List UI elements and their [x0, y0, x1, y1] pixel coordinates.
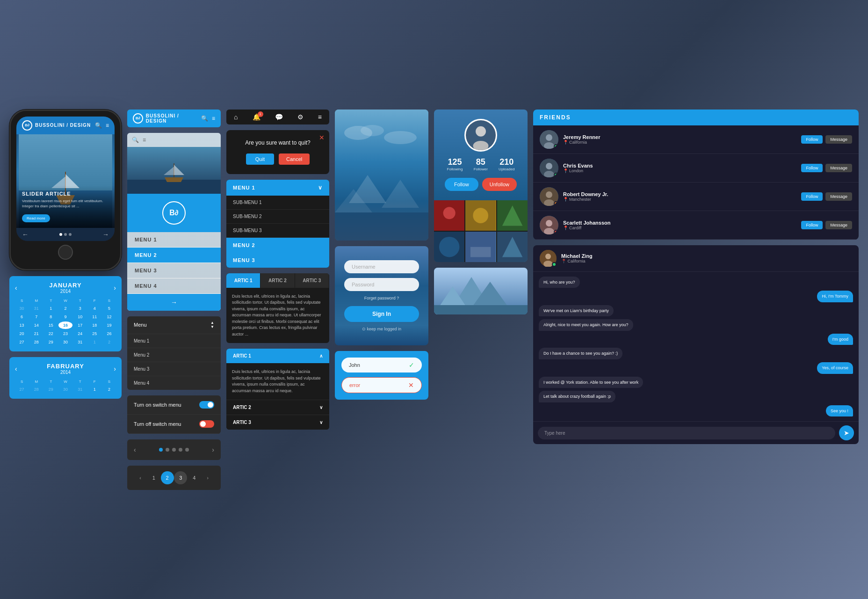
- slide-menu-toolbar: 🔍 ≡: [127, 133, 221, 147]
- page-2-btn[interactable]: 2: [161, 471, 174, 484]
- accordion-item-3-header[interactable]: ARTIC 3 ∨: [226, 415, 329, 430]
- select-item-2[interactable]: Menu 2: [127, 348, 221, 362]
- tab-artic3[interactable]: ARTIC 3: [295, 273, 329, 288]
- photo-cell-6[interactable]: [497, 232, 528, 262]
- page-4-btn[interactable]: 4: [188, 471, 201, 484]
- switch-on-toggle[interactable]: [199, 401, 214, 409]
- prev-arrow-icon[interactable]: ←: [22, 231, 29, 238]
- dialog-text: Are you sure want to quit?: [236, 139, 320, 146]
- nav-menu-icon[interactable]: ≡: [212, 115, 215, 122]
- full-menu-header-1[interactable]: MENU 1 ∨: [226, 180, 329, 196]
- select-item-3[interactable]: Menu 3: [127, 362, 221, 376]
- cal-prev-jan[interactable]: ‹: [15, 284, 17, 292]
- slider-dot-3[interactable]: [172, 448, 176, 452]
- follow-button-robert[interactable]: Follow: [801, 192, 823, 201]
- profile-unfollow-button[interactable]: Unfollow: [482, 178, 517, 191]
- toolbar-menu-icon[interactable]: ≡: [143, 137, 146, 143]
- friend-info-robert: Robert Downey Jr. 📍 Manchester: [563, 191, 796, 202]
- forgot-password-link[interactable]: Forget password ?: [344, 296, 419, 300]
- cal-prev-feb[interactable]: ‹: [15, 365, 17, 373]
- menu-icon[interactable]: ≡: [106, 122, 109, 129]
- follow-button-chris[interactable]: Follow: [801, 164, 823, 172]
- menu-item-2[interactable]: MENU 2: [127, 248, 221, 263]
- remember-me-checkbox[interactable]: ⊙ keep me logged in: [344, 327, 419, 331]
- error-value: error: [349, 382, 360, 388]
- slide-dot-2: [64, 233, 67, 236]
- settings-icon[interactable]: ⚙: [297, 113, 304, 121]
- quit-button[interactable]: Quit: [246, 153, 274, 165]
- menu-item-4[interactable]: MENU 4: [127, 278, 221, 294]
- photo-cell-4[interactable]: [434, 232, 464, 262]
- submenu-item-1[interactable]: SUB-MENU 1: [226, 196, 329, 210]
- valid-input[interactable]: John ✓: [341, 358, 422, 373]
- photo-cell-3[interactable]: [497, 200, 528, 231]
- read-more-button[interactable]: Read more: [22, 214, 50, 222]
- page-3-btn[interactable]: 3: [174, 471, 187, 484]
- slider-dot-2[interactable]: [166, 448, 169, 452]
- chat-send-button[interactable]: ➤: [839, 425, 854, 440]
- nav-search-icon[interactable]: 🔍: [201, 115, 208, 122]
- phone-home-button[interactable]: [58, 245, 73, 260]
- search-icon[interactable]: 🔍: [95, 122, 102, 129]
- dialog-close-icon[interactable]: ✕: [319, 134, 325, 141]
- message-button-jeremy[interactable]: Message: [825, 135, 852, 144]
- username-input[interactable]: Username: [344, 260, 419, 273]
- chat-icon[interactable]: 💬: [275, 113, 283, 121]
- accordion-item-1-header[interactable]: ARTIC 1 ∧: [226, 349, 329, 363]
- switch-off-toggle[interactable]: [199, 420, 214, 428]
- select-chevrons[interactable]: ▲ ▼: [210, 321, 214, 329]
- next-arrow-icon[interactable]: →: [102, 231, 109, 238]
- notification-icon[interactable]: 🔔 1: [253, 113, 260, 121]
- full-menu-header-3[interactable]: MENU 3: [226, 253, 329, 268]
- phone-slide-dots: [59, 233, 72, 236]
- message-button-chris[interactable]: Message: [825, 164, 852, 172]
- follow-button-jeremy[interactable]: Follow: [801, 135, 823, 144]
- page-1-btn[interactable]: 1: [147, 471, 160, 484]
- page-prev-btn[interactable]: ‹: [134, 471, 147, 484]
- home-icon[interactable]: ⌂: [234, 113, 238, 121]
- full-menu-header-2[interactable]: MENU 2: [226, 238, 329, 253]
- accordion-item-2-header[interactable]: ARTIC 2 ∨: [226, 400, 329, 415]
- menu-item-3[interactable]: MENU 3: [127, 263, 221, 278]
- slider-dot-1[interactable]: [159, 448, 163, 452]
- message-button-robert[interactable]: Message: [825, 192, 852, 201]
- select-item-1[interactable]: Menu 1: [127, 334, 221, 348]
- select-label: Menu: [134, 322, 147, 328]
- phone-article-text: Vestibulum laoreet risus eget tum elit v…: [22, 198, 109, 209]
- switch-off-label: Turn off switch menu: [134, 421, 181, 427]
- submenu-item-2[interactable]: SUB-MENU 2: [226, 210, 329, 224]
- msg-6: Do I have a chance to see you again? :): [539, 348, 622, 359]
- message-button-scarlett[interactable]: Message: [825, 221, 852, 229]
- chat-input-field[interactable]: Type here: [538, 427, 835, 439]
- slider-prev-icon[interactable]: ‹: [134, 446, 136, 453]
- list-icon[interactable]: ≡: [318, 113, 322, 121]
- select-item-4[interactable]: Menu 4: [127, 376, 221, 390]
- cancel-button[interactable]: Cancel: [279, 153, 310, 165]
- page-next-btn[interactable]: ›: [201, 471, 214, 484]
- toolbar-search-icon[interactable]: 🔍: [132, 137, 139, 143]
- hero-bg-image: [335, 110, 428, 241]
- password-input[interactable]: Password: [344, 278, 419, 291]
- location-pin-icon-2: 📍: [563, 168, 568, 173]
- slide-menu-arrow[interactable]: →: [127, 294, 221, 311]
- follow-button-scarlett[interactable]: Follow: [801, 221, 823, 229]
- sign-in-button[interactable]: Sign In: [344, 306, 419, 322]
- menu-item-1[interactable]: MENU 1: [127, 232, 221, 248]
- submenu-item-3[interactable]: SUB-MENU 3: [226, 224, 329, 238]
- cal-next-jan[interactable]: ›: [114, 284, 116, 292]
- photo-cell-5[interactable]: [465, 232, 496, 262]
- slider-dot-5[interactable]: [185, 448, 189, 452]
- error-input[interactable]: error ✕: [341, 377, 422, 393]
- cal-next-feb[interactable]: ›: [114, 365, 116, 373]
- chat-location: 📍 California: [561, 259, 593, 263]
- february-calendar: ‹ FABRUARY 2014 › S M T W T F S 27 28 29…: [9, 357, 122, 399]
- form-validation-panel: John ✓ error ✕: [335, 351, 428, 400]
- slider-dot-4[interactable]: [179, 448, 182, 452]
- chat-input-area: Type here ➤: [533, 421, 859, 444]
- slider-next-icon[interactable]: ›: [212, 446, 214, 453]
- profile-follow-button[interactable]: Follow: [445, 178, 478, 191]
- photo-cell-2[interactable]: [465, 200, 496, 231]
- tab-artic2[interactable]: ARTIC 2: [260, 273, 295, 288]
- photo-cell-1[interactable]: [434, 200, 464, 231]
- tab-artic1[interactable]: ARTIC 1: [226, 273, 260, 288]
